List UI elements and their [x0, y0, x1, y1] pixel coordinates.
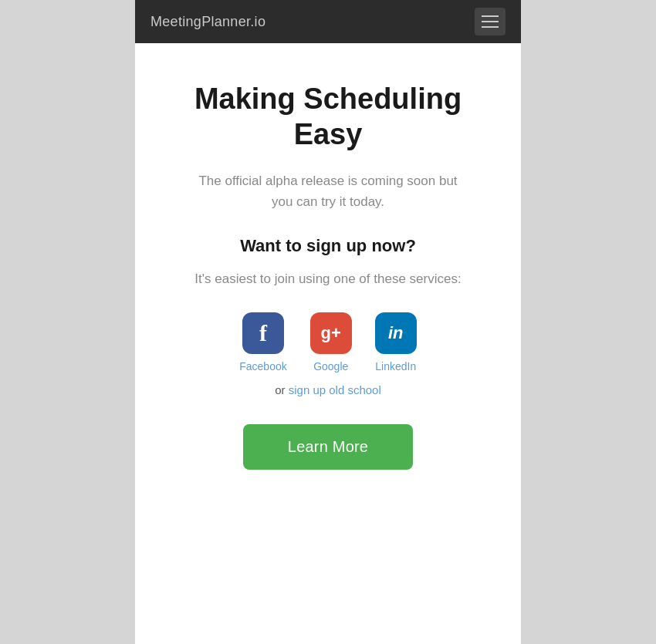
- google-icon: g+: [310, 312, 352, 354]
- social-icons-row: f Facebook g+ Google in LinkedIn: [239, 312, 416, 373]
- navbar-brand: MeetingPlanner.io: [150, 14, 265, 30]
- old-school-row: or sign up old school: [275, 383, 381, 396]
- facebook-button[interactable]: f Facebook: [239, 312, 286, 373]
- hero-subtitle: The official alpha release is coming soo…: [189, 170, 467, 212]
- old-school-prefix: or: [275, 383, 289, 396]
- google-button[interactable]: g+ Google: [310, 312, 352, 373]
- facebook-icon: f: [242, 312, 284, 354]
- old-school-link[interactable]: sign up old school: [289, 383, 381, 396]
- toggle-bar-1: [482, 15, 499, 17]
- google-label: Google: [313, 360, 348, 373]
- learn-more-button[interactable]: Learn More: [243, 424, 413, 470]
- navbar: MeetingPlanner.io: [135, 0, 521, 43]
- toggle-bar-3: [482, 26, 499, 28]
- signup-description: It's easiest to join using one of these …: [194, 268, 461, 289]
- linkedin-button[interactable]: in LinkedIn: [375, 312, 417, 373]
- navbar-toggle-button[interactable]: [475, 8, 506, 35]
- toggle-bar-2: [482, 21, 499, 22]
- hero-title: Making Scheduling Easy: [166, 82, 490, 152]
- linkedin-icon: in: [375, 312, 417, 354]
- signup-heading: Want to sign up now?: [240, 236, 416, 256]
- phone-container: MeetingPlanner.io Making Scheduling Easy…: [135, 0, 521, 644]
- linkedin-label: LinkedIn: [375, 360, 416, 373]
- facebook-label: Facebook: [239, 360, 286, 373]
- main-content: Making Scheduling Easy The official alph…: [135, 43, 521, 644]
